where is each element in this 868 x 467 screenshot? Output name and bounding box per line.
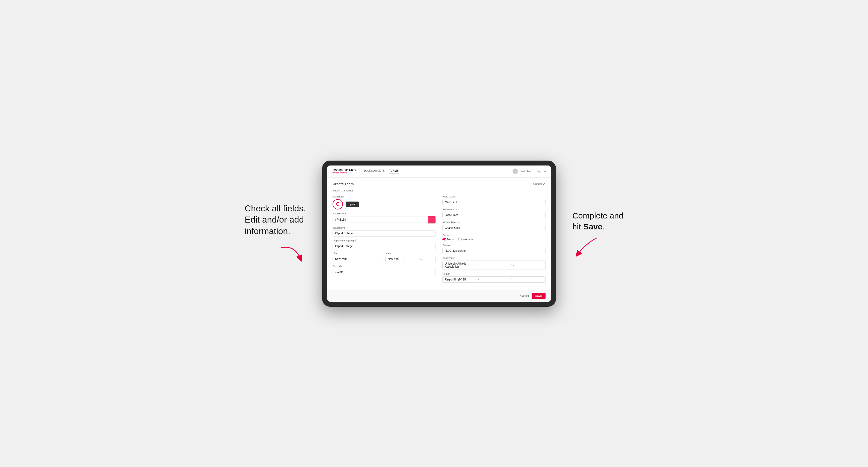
navbar: SCOREBOARD Powered by clippd TOURNAMENTS…	[327, 165, 551, 178]
navbar-right: Test User | Sign out	[513, 168, 547, 174]
assistant-coach-input[interactable]	[442, 212, 546, 218]
right-annotation-bold: Save	[583, 222, 602, 231]
right-annotation: Complete and hit Save.	[572, 210, 623, 232]
city-group: City	[333, 252, 383, 262]
division-group: Division NCAA Division III	[442, 244, 546, 254]
conference-value: University Athletic Association	[445, 262, 477, 268]
nav-links: TOURNAMENTS TEAMS	[364, 169, 399, 174]
team-name-input[interactable]	[333, 230, 436, 237]
assistant-coach-label: Assistant Coach	[442, 208, 546, 211]
conference-arrows-icon: ⌃⌄	[510, 264, 543, 266]
conference-clear-icon[interactable]: ✕	[477, 263, 510, 267]
section-label: TEAM DETAILS	[333, 189, 546, 192]
conference-group: Conference University Athletic Associati…	[442, 257, 546, 270]
annotation-line-1: Check all fields.	[245, 203, 306, 214]
colour-input[interactable]	[333, 217, 428, 223]
brand-logo: SCOREBOARD Powered by clippd	[332, 169, 356, 174]
right-annotation-line1: Complete and	[572, 210, 623, 221]
assistant-coach-group: Assistant Coach	[442, 208, 546, 218]
region-select[interactable]: Region II - (M) DIII ✕ ⌃⌄	[442, 276, 546, 283]
city-state-row: City State New York ✕ ⌃⌄	[333, 252, 436, 262]
athletic-director-group: Athletic Director	[442, 221, 546, 231]
right-annotation-line2: hit Save.	[572, 221, 623, 232]
team-logo-label: Team logo	[333, 195, 436, 198]
division-select[interactable]: NCAA Division III	[442, 248, 546, 254]
cancel-top-label: Cancel	[533, 182, 542, 185]
sign-out-link[interactable]: Sign out	[536, 170, 547, 173]
head-coach-group: Head Coach	[442, 195, 546, 206]
division-label: Division	[442, 244, 546, 247]
colour-row	[333, 216, 436, 224]
right-annotation-end: .	[602, 222, 604, 231]
footer-cancel-button[interactable]: Cancel	[520, 294, 529, 298]
gender-radio-group: Mens Womens	[442, 238, 546, 241]
head-coach-input[interactable]	[442, 199, 546, 206]
gender-mens-label: Mens	[447, 238, 454, 241]
conference-label: Conference	[442, 257, 546, 259]
nav-tournaments[interactable]: TOURNAMENTS	[364, 169, 385, 174]
right-arrow-icon	[572, 235, 599, 257]
left-arrow-icon	[279, 242, 306, 264]
form-grid: Team logo C Upload Team colour	[333, 195, 546, 285]
team-name-label: Team name	[333, 226, 436, 229]
footer-save-button[interactable]: Save	[532, 293, 546, 299]
division-select-wrapper: NCAA Division III	[442, 248, 546, 254]
team-colour-group: Team colour	[333, 212, 436, 224]
region-group: Region Region II - (M) DIII ✕ ⌃⌄	[442, 273, 546, 283]
city-label: City	[333, 252, 383, 255]
brand-title: SCOREBOARD	[332, 169, 356, 172]
user-name: Test User	[520, 170, 532, 173]
page-title: Create Team	[333, 182, 353, 186]
conference-select[interactable]: University Athletic Association ✕ ⌃⌄	[442, 260, 546, 270]
region-clear-icon[interactable]: ✕	[477, 278, 510, 281]
state-group: State New York ✕ ⌃⌄	[385, 252, 436, 262]
gender-mens-option[interactable]: Mens	[442, 238, 454, 241]
gender-womens-radio[interactable]	[458, 238, 462, 241]
state-select[interactable]: New York ✕ ⌃⌄	[385, 256, 436, 262]
annotation-line-2: Edit and/or add	[245, 214, 306, 225]
display-name-group: Display name (unique)	[333, 239, 436, 249]
cancel-top-button[interactable]: Cancel ✕	[533, 182, 546, 186]
nav-teams[interactable]: TEAMS	[389, 169, 399, 174]
team-logo-group: Team logo C Upload	[333, 195, 436, 210]
gender-womens-option[interactable]: Womens	[458, 238, 473, 241]
close-icon: ✕	[543, 182, 546, 186]
region-value: Region II - (M) DIII	[445, 278, 477, 281]
form-left: Team logo C Upload Team colour	[333, 195, 436, 285]
tablet-screen: SCOREBOARD Powered by clippd TOURNAMENTS…	[327, 165, 551, 302]
gender-group: Gender Mens Womens	[442, 234, 546, 241]
state-label: State	[385, 252, 436, 255]
state-arrows-icon: ⌃⌄	[418, 258, 433, 260]
form-footer: Cancel Save	[327, 290, 551, 302]
tablet-device: SCOREBOARD Powered by clippd TOURNAMENTS…	[322, 161, 556, 307]
right-annotation-normal: hit	[572, 222, 583, 231]
team-logo-area: C Upload	[333, 199, 436, 210]
annotation-line-3: information.	[245, 225, 306, 237]
athletic-director-input[interactable]	[442, 225, 546, 231]
city-state-group: City State New York ✕ ⌃⌄	[333, 252, 436, 262]
state-value: New York	[388, 257, 402, 260]
city-input[interactable]	[333, 256, 383, 262]
upload-button[interactable]: Upload	[346, 201, 359, 207]
head-coach-label: Head Coach	[442, 195, 546, 198]
right-annotation-container: Complete and hit Save.	[572, 210, 623, 257]
state-clear-icon[interactable]: ✕	[402, 257, 417, 260]
gender-mens-radio[interactable]	[442, 238, 446, 241]
region-arrows-icon: ⌃⌄	[510, 278, 543, 281]
zip-group: Zip code	[333, 265, 436, 275]
user-avatar	[513, 168, 518, 174]
team-colour-label: Team colour	[333, 212, 436, 215]
form-right: Head Coach Assistant Coach Athletic Dire…	[442, 195, 546, 285]
gender-label: Gender	[442, 234, 546, 237]
display-name-label: Display name (unique)	[333, 239, 436, 242]
left-annotation: Check all fields. Edit and/or add inform…	[245, 203, 306, 264]
colour-swatch[interactable]	[428, 216, 436, 224]
team-name-group: Team name	[333, 226, 436, 237]
region-label: Region	[442, 273, 546, 275]
athletic-director-label: Athletic Director	[442, 221, 546, 224]
gender-womens-label: Womens	[463, 238, 473, 241]
zip-input[interactable]	[333, 269, 436, 275]
zip-label: Zip code	[333, 265, 436, 268]
main-content: Create Team Cancel ✕ TEAM DETAILS Team l…	[327, 178, 551, 290]
display-name-input[interactable]	[333, 243, 436, 249]
